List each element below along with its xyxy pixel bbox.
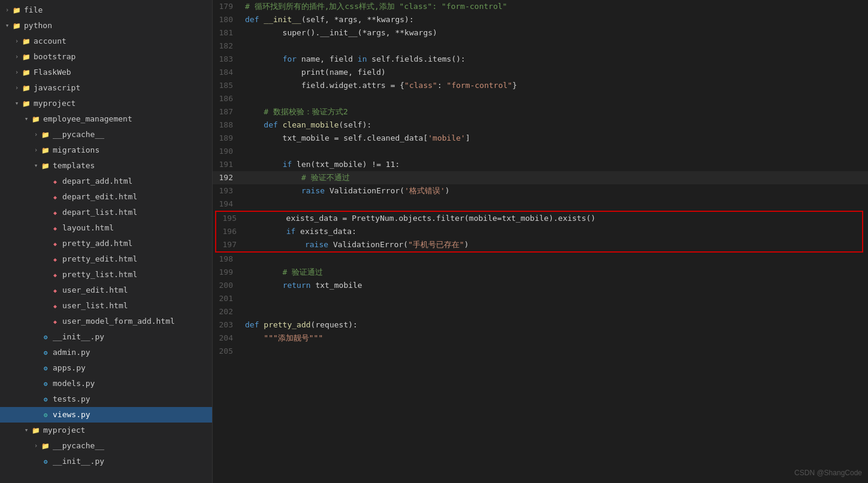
sidebar-item-employee_management[interactable]: ▾📁employee_management (0, 111, 212, 127)
sidebar-item-__pycache__[interactable]: ›📁__pycache__ (0, 127, 212, 142)
code-line: 179# 循环找到所有的插件,加入css样式,添加 "class": "form… (213, 0, 868, 13)
tree-arrow-icon: › (31, 439, 41, 452)
line-number: 192 (213, 171, 243, 184)
line-number: 185 (213, 79, 243, 92)
line-content: print(name, field) (243, 66, 868, 79)
folder-icon: 📁 (31, 114, 41, 124)
line-content (243, 253, 868, 266)
folder-icon: 📁 (41, 441, 50, 451)
tree-item-label: views.py (53, 408, 90, 421)
code-line: 185 field.widget.attrs = {"class": "form… (213, 79, 868, 92)
tree-arrow-icon: ▾ (31, 159, 41, 172)
line-number: 186 (213, 92, 243, 105)
folder-icon: 📁 (12, 21, 22, 31)
line-content: if len(txt_mobile) != 11: (243, 158, 868, 171)
sidebar-item-__init__2.py[interactable]: ⚙__init__.py (0, 454, 212, 469)
tree-arrow-icon: › (12, 35, 22, 48)
sidebar-item-__init__.py[interactable]: ⚙__init__.py (0, 329, 212, 345)
line-number: 184 (213, 66, 243, 79)
sidebar-item-views.py[interactable]: ⚙views.py (0, 407, 212, 423)
sidebar-item-user_list.html[interactable]: ◆user_list.html (0, 298, 212, 314)
line-content (243, 92, 868, 105)
sidebar-item-myproject[interactable]: ▾📁myproject (0, 96, 212, 111)
code-line: 195 exists_data = PrettyNum.objects.filt… (216, 212, 862, 225)
sidebar-item-user_edit.html[interactable]: ◆user_edit.html (0, 282, 212, 298)
tree-item-label: migrations (53, 144, 99, 157)
tree-item-label: pretty_add.html (62, 237, 132, 250)
line-content (243, 305, 868, 318)
folder-icon: 📁 (41, 145, 50, 155)
line-number: 199 (213, 266, 243, 279)
folder-icon: 📁 (12, 5, 22, 15)
line-number: 202 (213, 305, 243, 318)
line-content (243, 145, 868, 158)
tree-item-label: depart_edit.html (62, 190, 137, 203)
code-line: 182 (213, 40, 868, 53)
tree-item-label: myproject (34, 97, 75, 110)
html-icon: ◆ (50, 177, 60, 186)
tree-item-label: user_edit.html (62, 284, 128, 297)
line-content (243, 40, 868, 53)
tree-item-label: depart_add.html (62, 175, 132, 188)
sidebar-item-python[interactable]: ▾📁python (0, 18, 212, 34)
code-line: 191 if len(txt_mobile) != 11: (213, 158, 868, 171)
line-number: 193 (213, 184, 243, 198)
sidebar-item-depart_edit.html[interactable]: ◆depart_edit.html (0, 189, 212, 205)
sidebar-item-models.py[interactable]: ⚙models.py (0, 376, 212, 391)
sidebar-item-pretty_add.html[interactable]: ◆pretty_add.html (0, 236, 212, 251)
line-number: 203 (213, 318, 243, 332)
folder-icon: 📁 (41, 130, 50, 139)
py-blue-icon: ⚙ (41, 332, 50, 342)
sidebar-item-javascript[interactable]: ›📁javascript (0, 80, 212, 96)
sidebar-item-apps.py[interactable]: ⚙apps.py (0, 360, 212, 376)
folder-icon: 📁 (41, 161, 50, 171)
html-icon: ◆ (50, 317, 60, 326)
line-number: 190 (213, 145, 243, 158)
sidebar-item-pretty_edit.html[interactable]: ◆pretty_edit.html (0, 251, 212, 267)
sidebar-item-__pycache__2[interactable]: ›📁__pycache__ (0, 438, 212, 454)
tree-arrow-icon: › (2, 4, 12, 17)
code-line: 194 (213, 198, 868, 211)
sidebar-item-migrations[interactable]: ›📁migrations (0, 142, 212, 158)
html-icon: ◆ (50, 192, 60, 202)
line-number: 200 (213, 279, 243, 292)
tree-item-label: templates (53, 159, 95, 172)
line-number: 196 (216, 225, 246, 238)
sidebar-item-FlaskWeb[interactable]: ›📁FlaskWeb (0, 65, 212, 80)
sidebar-item-bootstrap[interactable]: ›📁bootstrap (0, 49, 212, 65)
sidebar-item-account[interactable]: ›📁account (0, 34, 212, 49)
line-number: 194 (213, 198, 243, 211)
code-content: 179# 循环找到所有的插件,加入css样式,添加 "class": "form… (213, 0, 868, 358)
sidebar-item-user_model_form_add.html[interactable]: ◆user_model_form_add.html (0, 314, 212, 329)
code-line: 198 (213, 253, 868, 266)
sidebar-item-admin.py[interactable]: ⚙admin.py (0, 345, 212, 360)
sidebar-item-pretty_list.html[interactable]: ◆pretty_list.html (0, 267, 212, 282)
sidebar-item-file[interactable]: ›📁file (0, 2, 212, 18)
line-number: 187 (213, 105, 243, 119)
line-content: txt_mobile = self.cleaned_data['mobile'] (243, 132, 868, 145)
sidebar-item-layout.html[interactable]: ◆layout.html (0, 220, 212, 236)
sidebar-item-templates[interactable]: ▾📁templates (0, 158, 212, 174)
folder-icon: 📁 (22, 68, 31, 77)
tree-arrow-icon: ▾ (12, 97, 22, 110)
line-content: exists_data = PrettyNum.objects.filter(m… (246, 212, 862, 225)
tree-item-label: admin.py (53, 346, 90, 359)
code-line: 199 # 验证通过 (213, 266, 868, 279)
tree-arrow-icon: › (12, 81, 22, 95)
file-explorer: ›📁file▾📁python›📁account›📁bootstrap›📁Flas… (0, 0, 213, 483)
tree-arrow-icon: › (31, 128, 41, 141)
sidebar-item-myproject2[interactable]: ▾📁myproject (0, 423, 212, 438)
tree-item-label: pretty_list.html (62, 268, 137, 281)
tree-item-label: pretty_edit.html (62, 253, 137, 266)
tree-item-label: user_model_form_add.html (62, 315, 175, 328)
tree-item-label: python (24, 19, 52, 32)
code-line: 180def __init__(self, *args, **kwargs): (213, 13, 868, 26)
sidebar-item-tests.py[interactable]: ⚙tests.py (0, 391, 212, 407)
sidebar-item-depart_list.html[interactable]: ◆depart_list.html (0, 205, 212, 220)
tree-item-label: user_list.html (62, 299, 128, 312)
tree-item-label: depart_list.html (62, 206, 137, 219)
code-line: 188 def clean_mobile(self): (213, 119, 868, 132)
sidebar-item-depart_add.html[interactable]: ◆depart_add.html (0, 174, 212, 189)
line-content: def __init__(self, *args, **kwargs): (243, 13, 868, 26)
code-line: 205 (213, 345, 868, 358)
